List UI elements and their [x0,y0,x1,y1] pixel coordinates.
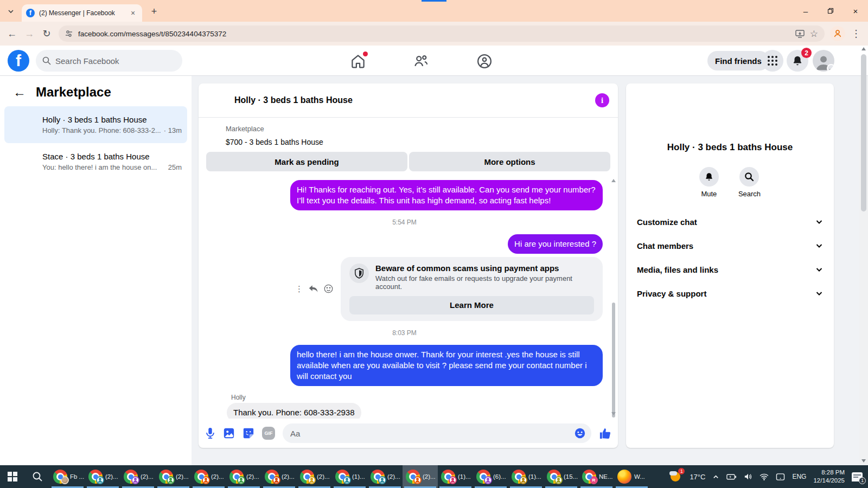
volume-icon[interactable] [744,473,752,480]
chat-scrollbar-thumb[interactable] [612,303,615,418]
attach-photo-icon[interactable] [223,427,235,439]
conversation-item-holly[interactable]: Holly · 3 beds 1 baths House Holly: Than… [4,106,187,143]
taskbar-app-button[interactable]: (1)... [332,465,367,488]
taskbar-app-label: (2)... [423,473,436,480]
groups-tab[interactable] [476,53,493,69]
apps-menu-button[interactable] [762,50,783,72]
back-button[interactable]: ← [3,25,21,42]
start-button[interactable] [0,465,25,488]
chrome-icon [159,470,173,484]
clock-widget[interactable]: 8:28 PM 12/14/2025 [813,468,845,485]
section-customize-chat[interactable]: Customize chat [635,210,825,234]
taskbar-app-button[interactable]: (1)... [508,465,544,488]
page-scrollbar-thumb[interactable] [861,54,866,211]
taskbar-app-button[interactable]: (2)... [261,465,297,488]
profile-avatar[interactable] [813,50,834,72]
taskbar-app-button[interactable]: (2)... [191,465,226,488]
wifi-icon[interactable] [760,473,769,480]
page-scrollbar[interactable] [859,76,868,465]
taskbar-app-button[interactable]: (2)... [85,465,120,488]
taskbar-app-button[interactable]: (2)... [120,465,156,488]
chrome-icon [88,470,103,484]
facebook-search[interactable] [36,50,182,72]
search-label: Search [738,190,761,198]
chat-title[interactable]: Holly · 3 beds 1 baths House [234,95,589,105]
search-input[interactable] [55,56,164,66]
restore-button[interactable] [818,0,843,22]
battery-icon[interactable] [726,473,737,480]
message-composer: GIF [199,419,618,448]
tab-close-icon[interactable]: × [128,8,138,18]
tab-search-chevron-icon[interactable] [4,5,17,18]
taskbar-app-button[interactable]: (2)... [297,465,332,488]
taskbar-app-button[interactable]: RNE... [579,465,614,488]
sidebar-back-icon[interactable]: ← [13,85,26,100]
scroll-up-arrow-icon[interactable] [861,47,866,50]
sticker-icon[interactable] [242,427,254,439]
chat-avatar[interactable] [207,90,228,111]
browser-tab[interactable]: f (2) Messenger | Facebook × [22,4,142,22]
message-menu-icon[interactable]: ⋮ [295,284,303,294]
voice-clip-icon[interactable] [205,427,215,439]
profile-badge [131,476,139,484]
chrome-icon [53,470,67,484]
conversation-item-stace[interactable]: Stace · 3 beds 1 baths House You: hello … [4,143,187,180]
react-emoji-icon[interactable] [324,284,333,293]
url-text[interactable]: facebook.com/messages/t/850234404375372 [78,30,790,38]
address-bar[interactable]: facebook.com/messages/t/850234404375372 … [59,25,825,42]
notifications-button[interactable]: 2 [787,50,808,72]
section-privacy-support[interactable]: Privacy & support [635,281,825,305]
taskbar-app-button[interactable]: (2)... [403,465,438,488]
listing-thumbnail [206,121,220,136]
language-indicator[interactable]: ENG [792,473,806,480]
taskbar-app-button[interactable]: (2)... [156,465,191,488]
scroll-up-arrow-icon[interactable] [611,179,616,182]
taskbar-app-button[interactable]: (2)... [226,465,261,488]
temperature-label[interactable]: 17°C [690,473,705,481]
close-button[interactable]: × [843,0,868,22]
notification-center-icon[interactable]: 1 [852,472,863,481]
reply-icon[interactable] [309,285,318,293]
friends-tab[interactable] [413,53,429,69]
minimize-button[interactable]: – [793,0,818,22]
site-info-icon[interactable] [65,30,73,37]
find-friends-button[interactable]: Find friends [707,51,769,70]
mark-as-pending-button[interactable]: Mark as pending [206,152,407,171]
home-tab[interactable] [350,53,366,69]
learn-more-button[interactable]: Learn More [349,296,594,314]
taskbar-app-button[interactable]: Fb ... [50,465,85,488]
browser-profile-avatar[interactable] [830,26,845,41]
section-chat-members[interactable]: Chat members [635,234,825,258]
weather-badge: 1 [678,468,685,474]
scroll-down-arrow-icon[interactable] [611,412,616,415]
search-in-conversation-button[interactable]: Search [738,167,761,198]
more-options-button[interactable]: More options [409,152,610,171]
message-input-pill[interactable] [283,423,591,443]
conversation-info-icon[interactable]: i [595,93,609,107]
facebook-logo-icon[interactable]: f [8,50,29,72]
scroll-down-arrow-icon[interactable] [861,459,866,463]
chat-scrollbar[interactable] [611,179,616,415]
gif-icon[interactable]: GIF [262,427,275,440]
thumbs-up-icon[interactable] [599,427,611,440]
taskbar-app-label: (1)... [352,473,365,480]
taskbar-app-button[interactable]: (6)... [473,465,508,488]
new-tab-button[interactable]: + [148,5,161,18]
install-app-icon[interactable] [795,30,805,38]
browser-menu-icon[interactable]: ⋮ [847,25,865,42]
taskbar-app-button[interactable]: W... [614,465,649,488]
section-media-files-links[interactable]: Media, files and links [635,258,825,281]
tray-expand-chevron-icon[interactable] [712,473,719,480]
touch-keyboard-icon[interactable] [776,473,785,481]
bookmark-star-icon[interactable]: ☆ [810,28,818,40]
message-input[interactable] [290,429,574,438]
weather-widget[interactable]: 1 [669,470,682,483]
emoji-picker-icon[interactable] [574,427,586,439]
taskbar-app-label: (15... [564,473,578,480]
taskbar-app-button[interactable]: (15... [544,465,579,488]
mute-button[interactable]: Mute [699,167,719,198]
taskbar-search-button[interactable] [25,465,50,488]
taskbar-app-button[interactable]: (1)... [438,465,473,488]
reload-button[interactable]: ↻ [38,25,55,42]
taskbar-app-button[interactable]: (2)... [367,465,403,488]
